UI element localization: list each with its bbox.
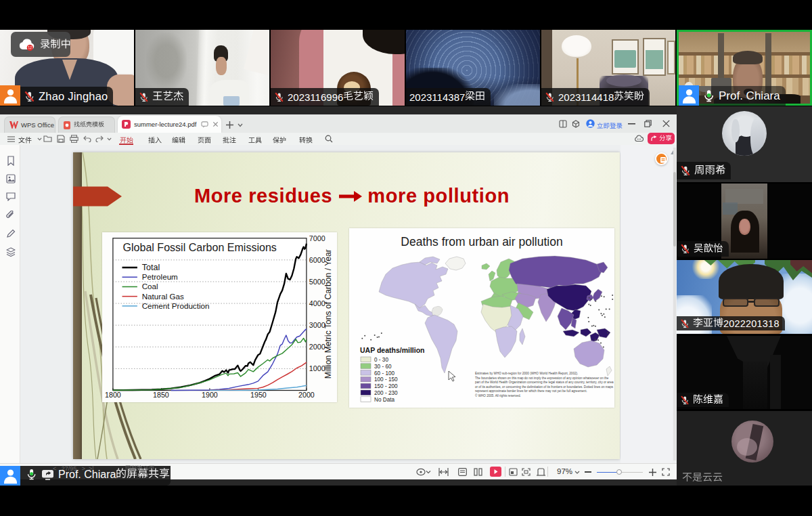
svg-text:1950: 1950	[250, 391, 267, 399]
svg-text:1900: 1900	[202, 391, 218, 399]
svg-text:30 - 60: 30 - 60	[374, 364, 392, 370]
svg-text:100 - 150: 100 - 150	[374, 377, 398, 383]
svg-text:Coal: Coal	[142, 282, 158, 291]
svg-text:Natural Gas: Natural Gas	[142, 292, 184, 301]
svg-text:UAP deaths/million: UAP deaths/million	[360, 346, 425, 354]
svg-text:1850: 1850	[153, 391, 169, 399]
svg-text:or of its authorities, or conc: or of its authorities, or concerning the…	[475, 385, 614, 389]
svg-text:Petroleum: Petroleum	[142, 272, 178, 281]
svg-text:Global Fossil Carbon Emissions: Global Fossil Carbon Emissions	[122, 241, 276, 253]
svg-text:60 - 100: 60 - 100	[374, 370, 394, 377]
svg-text:Total: Total	[142, 263, 160, 272]
svg-text:The boundaries shown on this m: The boundaries shown on this map do not …	[475, 377, 609, 380]
svg-text:Million Metric Tons of Carbon: Million Metric Tons of Carbon / Year	[323, 249, 333, 379]
svg-text:part of the World Health Organ: part of the World Health Organization co…	[475, 381, 614, 384]
svg-text:2000: 2000	[298, 391, 315, 399]
svg-text:Cement Production: Cement Production	[142, 301, 210, 310]
svg-text:200 - 230: 200 - 230	[374, 390, 398, 396]
svg-text:© WHO 2005. All rights reserve: © WHO 2005. All rights reserved.	[475, 393, 521, 397]
svg-text:Estimates by WHO sub-region fo: Estimates by WHO sub-region for 2000 (WH…	[475, 372, 578, 375]
svg-text:Deaths from urban air pollutio: Deaths from urban air pollution	[401, 235, 562, 249]
svg-text:0 - 30: 0 - 30	[374, 357, 388, 363]
svg-text:No Data: No Data	[374, 397, 394, 403]
svg-text:represent approximate border l: represent approximate border lines for w…	[475, 389, 587, 393]
svg-text:7000: 7000	[309, 234, 325, 242]
svg-text:150 - 200: 150 - 200	[374, 383, 398, 389]
svg-text:1800: 1800	[105, 391, 121, 399]
